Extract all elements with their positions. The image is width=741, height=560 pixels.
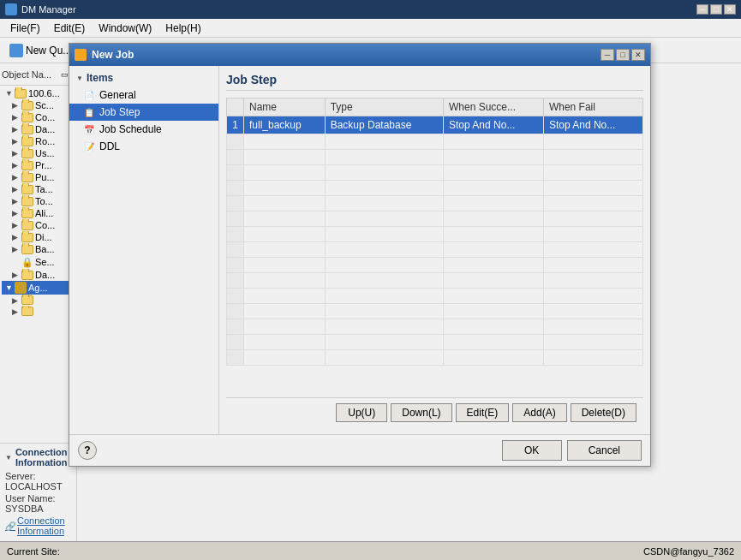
cell-type: Backup Database: [325, 116, 443, 134]
row-num: 1: [227, 116, 244, 134]
table-row-empty: [227, 335, 643, 350]
cell-name: full_backup: [244, 116, 326, 134]
sidebar-item-ddl[interactable]: 📝 DDL: [69, 138, 218, 155]
table-row-empty: [227, 150, 643, 165]
dialog-sidebar: Items 📄 General 📋 Job Step 📅 Job Schedul…: [69, 66, 219, 434]
table-row-empty: [227, 181, 643, 196]
cell-when-fail: Stop And No...: [543, 116, 642, 134]
dialog-body: Items 📄 General 📋 Job Step 📅 Job Schedul…: [69, 66, 650, 434]
col-type: Type: [325, 98, 443, 116]
dialog-title-left: New Job: [75, 49, 134, 61]
dialog-title-icon: [75, 49, 87, 61]
up-button[interactable]: Up(U): [336, 403, 387, 422]
add-button[interactable]: Add(A): [512, 403, 566, 422]
dialog-footer: ? OK Cancel: [69, 434, 650, 466]
code-icon: 📝: [83, 140, 95, 152]
help-button[interactable]: ?: [78, 441, 97, 460]
sidebar-section-header: Items: [69, 69, 218, 86]
ok-button[interactable]: OK: [502, 440, 562, 461]
dialog-minimize-btn[interactable]: ─: [601, 49, 614, 61]
table-row-empty: [227, 134, 643, 150]
action-buttons: Up(U) Down(L) Edit(E) Add(A) Delete(D): [336, 403, 636, 422]
list-icon: 📋: [83, 106, 95, 118]
dialog-bottom-actions: Up(U) Down(L) Edit(E) Add(A) Delete(D): [226, 397, 643, 427]
table-row-empty: [227, 196, 643, 211]
cancel-button[interactable]: Cancel: [567, 440, 642, 461]
table-row-empty: [227, 165, 643, 181]
table-row-empty: [227, 289, 643, 304]
delete-button[interactable]: Delete(D): [571, 403, 636, 422]
table-row-empty: [227, 350, 643, 366]
table-scroll-area[interactable]: Name Type When Succe... When Fail 1 full…: [226, 98, 643, 397]
sidebar-item-label: DDL: [99, 140, 120, 152]
sidebar-item-general[interactable]: 📄 General: [69, 86, 218, 104]
table-row[interactable]: 1 full_backup Backup Database Stop And N…: [227, 116, 643, 134]
dialog-section-title: Job Step: [226, 73, 643, 91]
table-header-row: Name Type When Succe... When Fail: [227, 98, 643, 116]
calendar-icon: 📅: [83, 123, 95, 135]
dialog-close-btn[interactable]: ✕: [631, 49, 645, 61]
sidebar-item-job-step[interactable]: 📋 Job Step: [69, 104, 218, 121]
footer-buttons: OK Cancel: [502, 440, 642, 461]
table-row-empty: [227, 242, 643, 258]
table-row-empty: [227, 258, 643, 273]
col-num: [227, 98, 244, 116]
sidebar-item-label: Job Step: [99, 106, 140, 118]
dialog-main: Job Step Name Type When Succe... When Fa…: [219, 66, 650, 434]
table-row-empty: [227, 211, 643, 227]
col-when-success: When Succe...: [444, 98, 544, 116]
dialog-restore-btn[interactable]: □: [616, 49, 630, 61]
edit-button[interactable]: Edit(E): [456, 403, 510, 422]
cell-when-success: Stop And No...: [444, 116, 544, 134]
dialog-overlay: New Job ─ □ ✕ Items 📄 General 📋: [0, 0, 741, 560]
table-row-empty: [227, 227, 643, 242]
document-icon: 📄: [83, 89, 95, 101]
sidebar-item-label: Job Schedule: [99, 123, 162, 135]
down-button[interactable]: Down(L): [391, 403, 451, 422]
table-row-empty: [227, 319, 643, 335]
dialog-title: New Job: [92, 49, 134, 61]
table-row-empty: [227, 304, 643, 319]
table-row-empty: [227, 273, 643, 289]
dialog-title-bar: New Job ─ □ ✕: [69, 44, 650, 66]
col-when-fail: When Fail: [543, 98, 642, 116]
sidebar-item-label: General: [99, 89, 136, 101]
job-table: Name Type When Succe... When Fail 1 full…: [226, 98, 643, 366]
dialog-controls: ─ □ ✕: [601, 49, 645, 61]
col-name: Name: [244, 98, 326, 116]
sidebar-item-job-schedule[interactable]: 📅 Job Schedule: [69, 121, 218, 138]
new-job-dialog: New Job ─ □ ✕ Items 📄 General 📋: [69, 43, 651, 467]
